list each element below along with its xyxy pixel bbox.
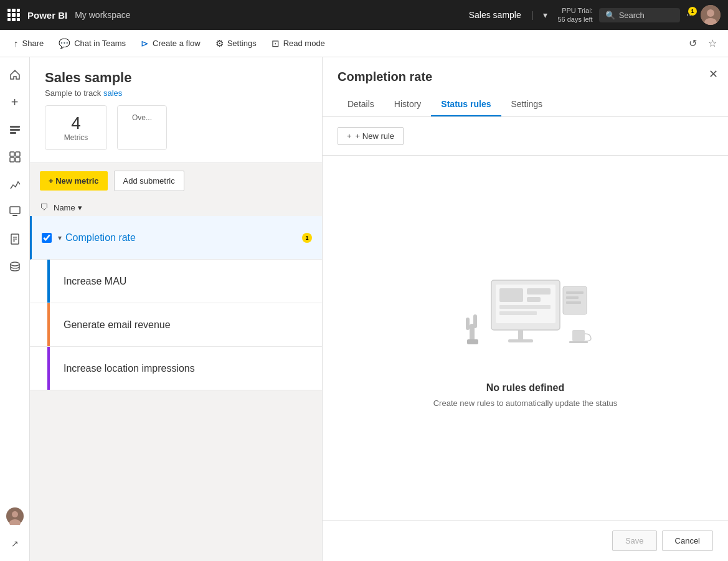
metric-row-generate-email[interactable]: Generate email revenue: [30, 303, 322, 347]
sidenav-home-icon[interactable]: [2, 62, 27, 87]
chat-label: Chat in Teams: [74, 39, 126, 48]
scorecard-header: Sales sample Sample to track sales 4 Met…: [30, 57, 322, 163]
tab-history[interactable]: History: [384, 94, 432, 116]
sidenav-metrics-icon[interactable]: [2, 172, 27, 197]
svg-point-18: [12, 511, 18, 517]
svg-rect-6: [10, 152, 14, 156]
new-rule-plus-icon: +: [347, 131, 352, 141]
tab-settings[interactable]: Settings: [501, 94, 553, 116]
chat-in-teams-button[interactable]: 💬 Chat in Teams: [52, 34, 132, 53]
svg-rect-29: [563, 286, 587, 314]
sort-chevron-icon: ▾: [78, 203, 82, 212]
search-icon: 🔍: [605, 11, 615, 20]
svg-rect-9: [16, 158, 20, 162]
notification-button[interactable]: ··· 1: [686, 9, 694, 21]
refresh-button[interactable]: ↺: [685, 34, 701, 53]
favorite-button[interactable]: ☆: [704, 34, 721, 53]
completion-rate-chevron[interactable]: ▾: [58, 233, 62, 242]
sidenav-apps-icon[interactable]: [2, 144, 27, 169]
svg-rect-25: [527, 288, 551, 295]
svg-rect-28: [499, 311, 537, 315]
app-grid-icon[interactable]: [7, 9, 20, 21]
add-submetric-button[interactable]: Add submetric: [114, 171, 184, 191]
dropdown-icon[interactable]: ▾: [543, 10, 547, 20]
tab-details[interactable]: Details: [338, 94, 384, 116]
svg-rect-27: [499, 305, 551, 309]
save-button[interactable]: Save: [612, 530, 657, 551]
sidenav-browse-icon[interactable]: [2, 117, 27, 142]
add-submetric-label: Add submetric: [123, 176, 175, 186]
svg-rect-3: [10, 126, 20, 128]
svg-rect-31: [566, 296, 579, 299]
svg-rect-5: [10, 132, 16, 134]
sort-button[interactable]: Name ▾: [54, 203, 82, 212]
svg-point-1: [707, 9, 714, 17]
notification-count: 1: [688, 7, 697, 16]
svg-rect-34: [466, 318, 470, 330]
sidenav-avatar-icon[interactable]: [2, 504, 27, 529]
share-button[interactable]: ↑ Share: [7, 34, 50, 52]
completion-rate-badge: 1: [302, 233, 312, 243]
settings-button[interactable]: ⚙ Settings: [209, 34, 263, 53]
svg-rect-32: [566, 301, 581, 304]
generate-email-name[interactable]: Generate email revenue: [64, 319, 171, 331]
sidenav-create-icon[interactable]: +: [2, 90, 27, 115]
svg-point-16: [11, 262, 19, 266]
svg-rect-4: [10, 129, 20, 131]
svg-rect-10: [10, 207, 20, 214]
metrics-count-card: 4 Metrics: [45, 105, 107, 150]
user-avatar[interactable]: [701, 5, 721, 25]
search-box[interactable]: 🔍 Search: [599, 8, 680, 22]
create-flow-button[interactable]: ⊳ Create a flow: [135, 34, 207, 53]
metric-row-completion-rate[interactable]: ▾ Completion rate 1: [30, 216, 322, 260]
cancel-button[interactable]: Cancel: [662, 530, 713, 551]
new-metric-label: + New metric: [49, 176, 99, 186]
sidenav-data-icon[interactable]: [2, 254, 27, 279]
list-toolbar: + New metric Add submetric: [30, 163, 322, 199]
svg-rect-22: [518, 330, 523, 340]
filter-icon[interactable]: ⛉: [40, 202, 49, 212]
metric-row-location-impressions[interactable]: Increase location impressions: [30, 347, 322, 390]
left-panel: Sales sample Sample to track sales 4 Met…: [30, 57, 323, 561]
tab-status-rules[interactable]: Status rules: [431, 94, 501, 116]
panel-title: Completion rate: [338, 70, 713, 84]
increase-mau-name[interactable]: Increase MAU: [64, 276, 126, 287]
sidenav-reports-icon[interactable]: [2, 227, 27, 252]
sidenav-dashboards-icon[interactable]: [2, 199, 27, 224]
sort-label: Name: [54, 203, 75, 212]
empty-title: No rules defined: [486, 382, 564, 394]
panel-body: + + New rule: [323, 117, 728, 520]
new-metric-button[interactable]: + New metric: [40, 171, 108, 191]
sidenav-expand-icon[interactable]: ↗: [2, 531, 27, 556]
metric-list: ▾ Completion rate 1 Increase MAU Generat…: [30, 216, 322, 561]
search-placeholder: Search: [619, 11, 645, 20]
location-impressions-name[interactable]: Increase location impressions: [64, 363, 195, 374]
new-rule-button[interactable]: + + New rule: [338, 127, 404, 145]
top-nav: Power BI My workspace Sales sample | ▾ P…: [0, 0, 728, 30]
metric-row-increase-mau[interactable]: Increase MAU: [30, 260, 322, 303]
svg-rect-24: [499, 288, 523, 302]
filter-row: ⛉ Name ▾: [30, 199, 322, 216]
read-mode-button[interactable]: ⊡ Read mode: [265, 34, 331, 53]
completion-rate-name[interactable]: Completion rate: [65, 232, 136, 243]
svg-rect-23: [508, 339, 533, 342]
read-mode-icon: ⊡: [272, 38, 280, 49]
svg-rect-7: [16, 152, 20, 156]
panel-close-button[interactable]: ✕: [709, 67, 718, 81]
ppu-badge: PPU Trial: 56 days left: [557, 6, 592, 24]
scorecard-subtitle: Sample to track sales: [45, 88, 307, 98]
overview-card: Ove...: [117, 105, 167, 150]
location-impressions-accent: [47, 347, 50, 390]
right-panel: Completion rate ✕ Details History Status…: [323, 57, 728, 561]
scorecard-link[interactable]: sales: [103, 88, 122, 98]
svg-rect-8: [10, 158, 14, 162]
toolbar: ↑ Share 💬 Chat in Teams ⊳ Create a flow …: [0, 30, 728, 57]
share-icon: ↑: [14, 38, 19, 49]
workspace-label[interactable]: My workspace: [75, 10, 130, 20]
settings-icon: ⚙: [215, 38, 224, 49]
completion-rate-checkbox[interactable]: [42, 233, 52, 243]
svg-rect-35: [473, 314, 477, 328]
empty-subtitle: Create new rules to automatically update…: [433, 398, 618, 408]
new-rule-bar: + + New rule: [323, 117, 728, 156]
empty-state: No rules defined Create new rules to aut…: [323, 156, 728, 520]
